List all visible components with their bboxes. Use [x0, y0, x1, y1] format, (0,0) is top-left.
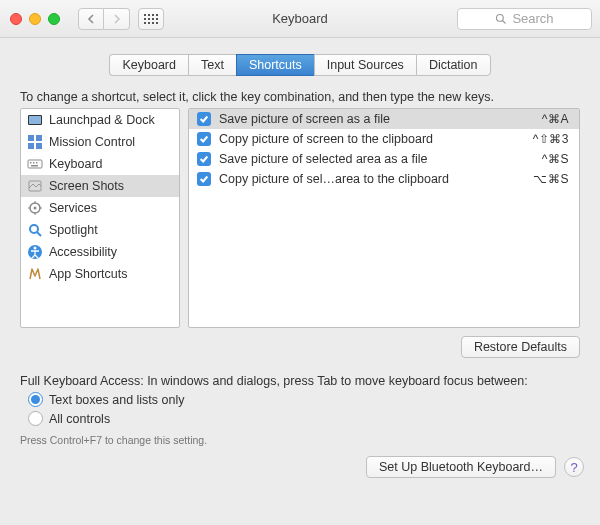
shortcut-row[interactable]: Save picture of selected area as a file^…	[189, 149, 579, 169]
svg-point-23	[34, 247, 37, 250]
shortcut-label: Copy picture of sel…area to the clipboar…	[219, 172, 525, 186]
sidebar-item-launchpad-dock[interactable]: Launchpad & Dock	[21, 109, 179, 131]
svg-rect-3	[29, 116, 41, 124]
tab-keyboard[interactable]: Keyboard	[109, 54, 188, 76]
sidebar-item-app-shortcuts[interactable]: App Shortcuts	[21, 263, 179, 285]
sidebar-item-label: Spotlight	[49, 223, 98, 237]
svg-rect-7	[36, 143, 42, 149]
radio-button-checked[interactable]	[28, 392, 43, 407]
shortcut-checkbox[interactable]	[197, 132, 211, 146]
forward-button[interactable]	[104, 8, 130, 30]
search-icon	[495, 13, 507, 25]
shortcut-keys[interactable]: ^⌘A	[542, 112, 569, 126]
mission-icon	[27, 134, 43, 150]
keyboard-icon	[27, 156, 43, 172]
svg-line-21	[37, 232, 41, 236]
setup-bluetooth-button[interactable]: Set Up Bluetooth Keyboard…	[366, 456, 556, 478]
svg-rect-9	[30, 162, 32, 164]
svg-rect-10	[33, 162, 35, 164]
sidebar-item-label: Services	[49, 201, 97, 215]
zoom-window-button[interactable]	[48, 13, 60, 25]
fka-option-allcontrols[interactable]: All controls	[28, 411, 580, 426]
shortcut-label: Copy picture of screen to the clipboard	[219, 132, 525, 146]
sidebar-item-keyboard[interactable]: Keyboard	[21, 153, 179, 175]
full-keyboard-access: Full Keyboard Access: In windows and dia…	[20, 374, 580, 446]
radio-button-unchecked[interactable]	[28, 411, 43, 426]
svg-point-15	[34, 207, 37, 210]
shortcut-keys[interactable]: ⌥⌘S	[533, 172, 569, 186]
search-input[interactable]: Search	[457, 8, 592, 30]
sidebar-item-label: App Shortcuts	[49, 267, 128, 281]
shortcut-checkbox[interactable]	[197, 152, 211, 166]
titlebar: Keyboard Search	[0, 0, 600, 38]
sidebar-item-spotlight[interactable]: Spotlight	[21, 219, 179, 241]
back-button[interactable]	[78, 8, 104, 30]
sidebar-item-label: Launchpad & Dock	[49, 113, 155, 127]
shortcut-row[interactable]: Copy picture of screen to the clipboard^…	[189, 129, 579, 149]
launchpad-icon	[27, 112, 43, 128]
tab-shortcuts[interactable]: Shortcuts	[236, 54, 314, 76]
fka-hint: Press Control+F7 to change this setting.	[20, 434, 580, 446]
traffic-lights	[10, 13, 60, 25]
shortcut-keys[interactable]: ^⇧⌘3	[533, 132, 569, 146]
svg-rect-5	[36, 135, 42, 141]
fka-option1-label: Text boxes and lists only	[49, 393, 185, 407]
sidebar-item-label: Mission Control	[49, 135, 135, 149]
sidebar-item-mission-control[interactable]: Mission Control	[21, 131, 179, 153]
appshortcuts-icon	[27, 266, 43, 282]
svg-rect-6	[28, 143, 34, 149]
instruction-text: To change a shortcut, select it, click t…	[20, 90, 580, 104]
svg-point-20	[30, 225, 38, 233]
tab-text[interactable]: Text	[188, 54, 236, 76]
svg-rect-8	[28, 160, 42, 168]
shortcut-label: Save picture of screen as a file	[219, 112, 534, 126]
svg-rect-12	[31, 165, 38, 167]
svg-rect-11	[36, 162, 38, 164]
shortcut-keys[interactable]: ^⌘S	[542, 152, 569, 166]
show-all-button[interactable]	[138, 8, 164, 30]
svg-rect-4	[28, 135, 34, 141]
accessibility-icon	[27, 244, 43, 260]
nav-buttons	[78, 8, 130, 30]
tab-input-sources[interactable]: Input Sources	[314, 54, 416, 76]
help-button[interactable]: ?	[564, 457, 584, 477]
fka-option-textboxes[interactable]: Text boxes and lists only	[28, 392, 580, 407]
fka-label: Full Keyboard Access: In windows and dia…	[20, 374, 580, 388]
sidebar-item-services[interactable]: Services	[21, 197, 179, 219]
shortcut-row[interactable]: Copy picture of sel…area to the clipboar…	[189, 169, 579, 189]
shortcut-checkbox[interactable]	[197, 112, 211, 126]
screenshots-icon	[27, 178, 43, 194]
svg-line-1	[503, 20, 506, 23]
shortcut-list[interactable]: Save picture of screen as a file^⌘ACopy …	[188, 108, 580, 328]
category-list[interactable]: Launchpad & DockMission ControlKeyboardS…	[20, 108, 180, 328]
tab-bar: KeyboardTextShortcutsInput SourcesDictat…	[0, 54, 600, 76]
sidebar-item-label: Screen Shots	[49, 179, 124, 193]
minimize-window-button[interactable]	[29, 13, 41, 25]
tab-dictation[interactable]: Dictation	[416, 54, 491, 76]
close-window-button[interactable]	[10, 13, 22, 25]
sidebar-item-screen-shots[interactable]: Screen Shots	[21, 175, 179, 197]
restore-defaults-button[interactable]: Restore Defaults	[461, 336, 580, 358]
shortcut-label: Save picture of selected area as a file	[219, 152, 534, 166]
fka-option2-label: All controls	[49, 412, 110, 426]
shortcut-row[interactable]: Save picture of screen as a file^⌘A	[189, 109, 579, 129]
sidebar-item-accessibility[interactable]: Accessibility	[21, 241, 179, 263]
spotlight-icon	[27, 222, 43, 238]
sidebar-item-label: Accessibility	[49, 245, 117, 259]
svg-point-0	[497, 14, 504, 21]
search-placeholder: Search	[512, 11, 553, 26]
sidebar-item-label: Keyboard	[49, 157, 103, 171]
shortcut-checkbox[interactable]	[197, 172, 211, 186]
services-icon	[27, 200, 43, 216]
